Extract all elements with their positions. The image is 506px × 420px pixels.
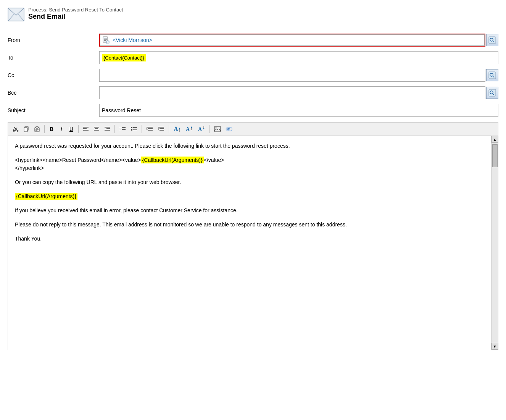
ordered-list-button[interactable]: 1.2. bbox=[118, 124, 127, 134]
editor-toolbar: B I U 1.2. bbox=[8, 122, 498, 136]
outdent-button[interactable] bbox=[156, 124, 166, 134]
scroll-down-button[interactable]: ▼ bbox=[491, 343, 498, 350]
copy-button[interactable] bbox=[22, 124, 31, 134]
svg-text:W: W bbox=[227, 128, 230, 131]
svg-rect-6 bbox=[104, 40, 106, 41]
cut-button[interactable] bbox=[11, 124, 20, 134]
to-input[interactable]: {Contact(Contact)} bbox=[99, 51, 498, 64]
scrollbar-thumb[interactable] bbox=[492, 144, 498, 167]
email-body[interactable]: A password reset was requested for your … bbox=[8, 136, 491, 350]
page-title: Send Email bbox=[28, 13, 123, 21]
svg-rect-4 bbox=[104, 38, 107, 39]
font-color-button[interactable]: A A bbox=[172, 124, 182, 134]
subject-label: Subject bbox=[8, 107, 99, 113]
insert-link-button[interactable]: W bbox=[224, 124, 234, 134]
body-paragraph-5: Please do not reply to this message. Thi… bbox=[15, 221, 484, 229]
separator-4 bbox=[142, 125, 142, 133]
scrollbar: ▲ ▼ bbox=[491, 136, 498, 350]
cc-label: Cc bbox=[8, 72, 99, 78]
separator-2 bbox=[78, 125, 79, 133]
indent-button[interactable] bbox=[145, 124, 155, 134]
to-label: To bbox=[8, 55, 99, 61]
cc-field-container bbox=[99, 69, 498, 82]
bcc-row: Bcc bbox=[8, 86, 498, 100]
from-value: <Vicki Morrison> bbox=[113, 37, 152, 43]
bcc-input[interactable] bbox=[99, 86, 485, 99]
from-lookup-button[interactable] bbox=[486, 34, 498, 46]
subject-input[interactable] bbox=[99, 104, 498, 117]
italic-button[interactable]: I bbox=[57, 124, 66, 134]
bcc-label: Bcc bbox=[8, 90, 99, 96]
header-text: Process: Send Password Reset To Contact … bbox=[28, 7, 123, 21]
body-paragraph-6: Thank You, bbox=[15, 235, 484, 243]
svg-text:A: A bbox=[174, 126, 178, 132]
svg-point-43 bbox=[131, 129, 132, 131]
page-container: Process: Send Password Reset To Contact … bbox=[0, 0, 506, 420]
to-row: To {Contact(Contact)} bbox=[8, 50, 498, 65]
to-field-container: {Contact(Contact)} bbox=[99, 51, 498, 64]
bcc-field-wrapper bbox=[99, 86, 485, 99]
svg-line-20 bbox=[14, 127, 17, 130]
document-icon: 📄 bbox=[102, 36, 110, 44]
to-token: {Contact(Contact)} bbox=[102, 54, 146, 61]
unordered-list-button[interactable] bbox=[129, 124, 139, 134]
svg-text:2.: 2. bbox=[119, 128, 121, 131]
from-input[interactable]: 📄 <Vicki Morrison> bbox=[100, 34, 485, 46]
separator-3 bbox=[114, 125, 115, 133]
separator-6 bbox=[209, 125, 210, 133]
paste-button[interactable] bbox=[32, 124, 42, 134]
email-icon bbox=[8, 8, 24, 21]
cc-row: Cc bbox=[8, 68, 498, 82]
svg-rect-24 bbox=[36, 126, 38, 128]
from-row: From 📄 bbox=[8, 33, 498, 47]
font-size-down-button[interactable]: A bbox=[196, 124, 207, 134]
body-paragraph-4: If you believe you received this email i… bbox=[15, 207, 484, 215]
insert-image-button[interactable] bbox=[213, 124, 222, 134]
subject-row: Subject bbox=[8, 103, 498, 118]
scroll-up-button[interactable]: ▲ bbox=[491, 136, 498, 143]
from-label: From bbox=[8, 37, 99, 43]
from-field-highlight: 📄 <Vicki Morrison> bbox=[99, 34, 485, 47]
svg-rect-58 bbox=[214, 126, 221, 132]
svg-text:📄: 📄 bbox=[106, 41, 110, 44]
svg-point-41 bbox=[131, 127, 132, 128]
callback-token-2: {CallbackUrl(Arguments)} bbox=[15, 193, 77, 200]
svg-point-59 bbox=[216, 128, 217, 129]
svg-rect-22 bbox=[24, 128, 27, 132]
align-center-button[interactable] bbox=[92, 124, 101, 134]
subject-field-container bbox=[99, 104, 498, 117]
email-form: From 📄 bbox=[8, 33, 498, 118]
email-body-container: A password reset was requested for your … bbox=[8, 136, 498, 350]
from-field-container: 📄 <Vicki Morrison> bbox=[99, 34, 498, 47]
font-size-up-button[interactable]: A bbox=[184, 124, 195, 134]
svg-text:A: A bbox=[198, 126, 202, 132]
bcc-field-container bbox=[99, 86, 498, 99]
svg-rect-5 bbox=[104, 39, 107, 40]
body-paragraph-callback: {CallbackUrl(Arguments)} bbox=[15, 192, 484, 200]
cc-field-wrapper bbox=[99, 69, 485, 82]
body-paragraph-2: <hyperlink><name>Reset Password</name><v… bbox=[15, 156, 484, 172]
process-label: Process: Send Password Reset To Contact bbox=[28, 7, 123, 13]
callback-token-1: {CallbackUrl(Arguments)} bbox=[141, 157, 204, 163]
align-left-button[interactable] bbox=[81, 124, 90, 134]
bold-button[interactable]: B bbox=[47, 124, 56, 134]
bcc-lookup-button[interactable] bbox=[486, 87, 498, 99]
body-paragraph-3: Or you can copy the following URL and pa… bbox=[15, 178, 484, 186]
scrollbar-track bbox=[491, 143, 498, 343]
hyperlink-after: </value> bbox=[204, 157, 224, 163]
separator-1 bbox=[44, 125, 45, 133]
cc-lookup-button[interactable] bbox=[486, 69, 498, 81]
underline-button[interactable]: U bbox=[67, 124, 76, 134]
body-paragraph-1: A password reset was requested for your … bbox=[15, 142, 484, 150]
header: Process: Send Password Reset To Contact … bbox=[8, 7, 498, 21]
cc-input[interactable] bbox=[99, 69, 485, 82]
hyperlink-close: </hyperlink> bbox=[15, 165, 44, 171]
align-right-button[interactable] bbox=[103, 124, 112, 134]
svg-text:A: A bbox=[186, 126, 190, 132]
hyperlink-before: <hyperlink><name>Reset Password</name><v… bbox=[15, 157, 141, 163]
separator-5 bbox=[169, 125, 169, 133]
